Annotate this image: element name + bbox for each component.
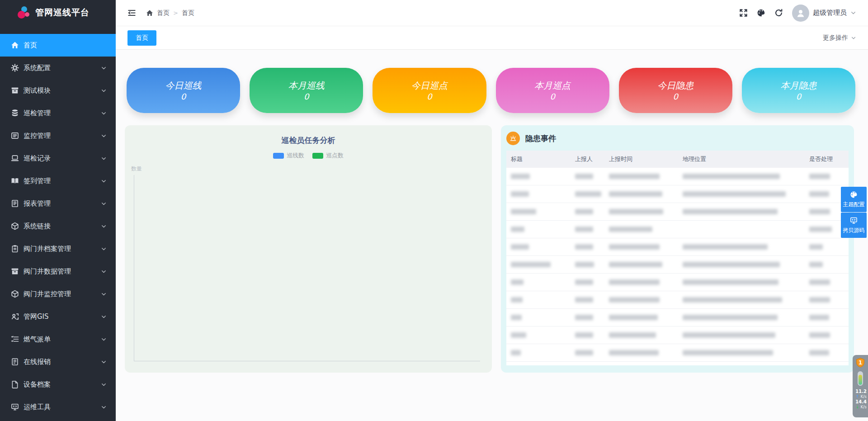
sidebar-item-label: 报表管理 bbox=[24, 199, 51, 208]
avatar[interactable] bbox=[792, 5, 809, 22]
breadcrumb-home[interactable]: 首页 bbox=[157, 9, 170, 17]
legend-item-1[interactable]: 巡点数 bbox=[312, 151, 344, 160]
theme-palette-icon[interactable] bbox=[757, 9, 765, 17]
table-row-9[interactable] bbox=[506, 326, 849, 344]
stat-card-value: 0 bbox=[181, 92, 186, 102]
redacted-cell bbox=[609, 278, 683, 287]
redacted-cell bbox=[683, 296, 809, 304]
sidebar-item-12[interactable]: 管网GIS bbox=[0, 305, 116, 328]
sidebar-item-4[interactable]: 监控管理 bbox=[0, 124, 116, 147]
sidebar-menu: 首页系统配置测试模块巡检管理监控管理巡检记录签到管理报表管理系统链接阀门井档案管… bbox=[0, 25, 116, 418]
sidebar-item-3[interactable]: 巡检管理 bbox=[0, 102, 116, 124]
redacted-cell bbox=[809, 172, 849, 181]
stat-card-2[interactable]: 今日巡点0 bbox=[373, 68, 486, 113]
redacted-cell bbox=[511, 260, 575, 269]
sidebar-item-11[interactable]: 阀门井监控管理 bbox=[0, 283, 116, 305]
copy-source-label: 拷贝源码 bbox=[843, 227, 865, 234]
table-row-4[interactable] bbox=[506, 238, 849, 256]
table-row-1[interactable] bbox=[506, 185, 849, 203]
redacted-cell bbox=[575, 331, 609, 340]
stat-card-0[interactable]: 今日巡线0 bbox=[127, 68, 240, 113]
redacted-cell bbox=[575, 278, 609, 287]
refresh-icon[interactable] bbox=[774, 9, 783, 17]
table-row-2[interactable] bbox=[506, 203, 849, 221]
table-row-0[interactable] bbox=[506, 168, 849, 185]
display-icon bbox=[11, 403, 19, 411]
menu-fold-icon[interactable] bbox=[127, 9, 136, 17]
table-row-10[interactable] bbox=[506, 344, 849, 362]
sidebar-item-5[interactable]: 巡检记录 bbox=[0, 147, 116, 170]
more-operations-label: 更多操作 bbox=[823, 34, 848, 42]
sidebar-item-16[interactable]: 运维工具 bbox=[0, 396, 116, 418]
redacted-cell bbox=[683, 243, 809, 251]
stat-card-5[interactable]: 本月隐患0 bbox=[742, 68, 855, 113]
redacted-cell bbox=[575, 313, 609, 322]
sidebar-item-8[interactable]: 系统链接 bbox=[0, 215, 116, 237]
user-menu[interactable]: 超级管理员 bbox=[792, 5, 856, 22]
sidebar-item-15[interactable]: 设备档案 bbox=[0, 373, 116, 396]
sidebar-item-0[interactable]: 首页 bbox=[0, 34, 116, 57]
tab-home[interactable]: 首页 bbox=[127, 30, 156, 46]
breadcrumb-current[interactable]: 首页 bbox=[182, 9, 194, 17]
column-header: 上报时间 bbox=[609, 155, 683, 163]
sidebar-item-9[interactable]: 阀门井档案管理 bbox=[0, 237, 116, 260]
gauge-icon bbox=[858, 371, 863, 386]
table-row-5[interactable] bbox=[506, 256, 849, 274]
redacted-cell bbox=[683, 278, 809, 287]
sidebar-item-10[interactable]: 阀门井数据管理 bbox=[0, 260, 116, 283]
sidebar-item-label: 系统配置 bbox=[24, 64, 51, 72]
user-name: 超级管理员 bbox=[813, 9, 847, 17]
sidebar-item-14[interactable]: 在线报销 bbox=[0, 350, 116, 373]
table-row-7[interactable] bbox=[506, 291, 849, 309]
net-speed-widget[interactable]: 1 11.2 ↑ K/s 14.4 ↓ K/s bbox=[853, 355, 868, 417]
table-row-3[interactable] bbox=[506, 221, 849, 238]
sidebar-item-7[interactable]: 报表管理 bbox=[0, 192, 116, 215]
user-frame-icon bbox=[11, 312, 19, 321]
table-row-8[interactable] bbox=[506, 309, 849, 326]
sidebar-item-6[interactable]: 签到管理 bbox=[0, 170, 116, 192]
stat-card-4[interactable]: 今日隐患0 bbox=[619, 68, 732, 113]
stat-card-value: 0 bbox=[550, 92, 555, 102]
chevron-down-icon bbox=[101, 223, 107, 229]
theme-config-button[interactable]: 主题配置 bbox=[841, 187, 867, 212]
incident-table-body bbox=[506, 168, 849, 362]
stat-card-1[interactable]: 本月巡线0 bbox=[250, 68, 363, 113]
redacted-cell bbox=[609, 296, 683, 304]
file-icon bbox=[11, 380, 19, 388]
chevron-down-icon bbox=[101, 65, 107, 71]
redacted-cell bbox=[809, 278, 849, 287]
legend-label: 巡线数 bbox=[287, 151, 304, 160]
legend-label: 巡点数 bbox=[326, 151, 344, 160]
legend-item-0[interactable]: 巡线数 bbox=[273, 151, 304, 160]
redacted-cell bbox=[575, 296, 609, 304]
chevron-down-icon bbox=[101, 269, 107, 274]
cube-icon bbox=[11, 222, 19, 230]
stat-card-3[interactable]: 本月巡点0 bbox=[496, 68, 609, 113]
chevron-down-icon bbox=[101, 110, 107, 116]
legend-swatch bbox=[273, 153, 284, 159]
sidebar-item-13[interactable]: 燃气派单 bbox=[0, 328, 116, 350]
stat-card-label: 本月隐患 bbox=[780, 79, 816, 92]
incident-panel-title: 隐患事件 bbox=[525, 133, 556, 144]
sidebar-item-2[interactable]: 测试模块 bbox=[0, 79, 116, 102]
top-header: 首页 > 首页 超级管理员 bbox=[116, 0, 868, 26]
theme-config-label: 主题配置 bbox=[843, 201, 865, 208]
stat-card-label: 本月巡线 bbox=[288, 79, 325, 92]
home-icon bbox=[11, 41, 19, 49]
sidebar-item-label: 管网GIS bbox=[24, 312, 49, 321]
redacted-cell bbox=[809, 349, 849, 357]
stat-card-label: 本月巡点 bbox=[534, 79, 571, 92]
copy-source-button[interactable]: 拷贝源码 bbox=[841, 213, 867, 238]
code-display-icon bbox=[850, 217, 858, 224]
redacted-cell bbox=[683, 208, 809, 216]
fullscreen-icon[interactable] bbox=[739, 9, 748, 17]
task-analysis-panel: 巡检员任务分析 巡线数巡点数 数量 bbox=[125, 125, 492, 373]
chevron-down-icon bbox=[101, 133, 107, 139]
sidebar-item-label: 设备档案 bbox=[24, 380, 51, 389]
chevron-down-icon bbox=[101, 246, 107, 252]
sidebar-item-label: 系统链接 bbox=[24, 222, 51, 231]
more-operations-button[interactable]: 更多操作 bbox=[823, 34, 856, 42]
redacted-cell bbox=[683, 172, 809, 181]
table-row-6[interactable] bbox=[506, 274, 849, 291]
sidebar-item-1[interactable]: 系统配置 bbox=[0, 57, 116, 79]
